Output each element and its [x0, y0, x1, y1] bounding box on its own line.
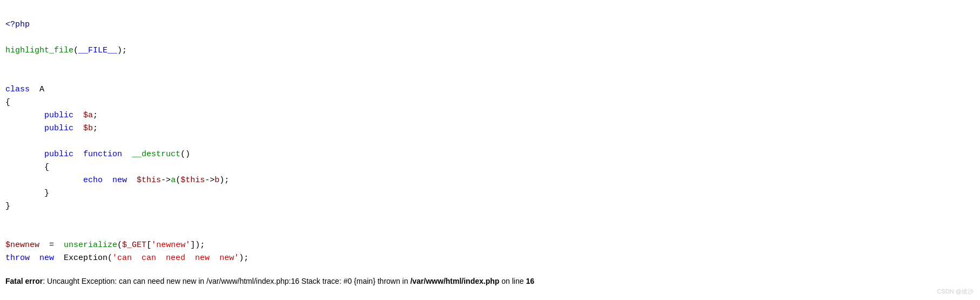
code-line-12: } [5, 189, 49, 198]
php-open-tag: <?php [5, 20, 30, 29]
error-suffix: on line [499, 277, 526, 285]
error-text: : Uncaught Exception: can can need new n… [43, 277, 410, 285]
code-line-9: public function __destruct() [5, 150, 190, 159]
code-line-15: $newnew = unserialize($_GET['newnew']); [5, 241, 205, 250]
error-message: Fatal error: Uncaught Exception: can can… [0, 272, 980, 290]
error-line: 16 [526, 277, 534, 285]
code-line-11: echo new $this->a($this->b); [5, 176, 229, 185]
code-line-10: { [5, 163, 49, 172]
code-line-4: class A [5, 85, 44, 94]
watermark: CSDN @彼沙 [937, 288, 974, 296]
code-line-7: public $b; [5, 124, 98, 133]
error-label: Fatal error [5, 277, 43, 285]
code-line-16: throw new Exception('can can need new ne… [5, 254, 249, 263]
code-line-13: } [5, 202, 10, 211]
error-filepath: /var/www/html/index.php [410, 277, 499, 285]
code-line-6: public $a; [5, 111, 98, 120]
code-block: <?php highlight_file(__FILE__); class A … [0, 0, 980, 270]
code-line-5: { [5, 98, 10, 107]
code-line-2: highlight_file(__FILE__); [5, 46, 127, 55]
